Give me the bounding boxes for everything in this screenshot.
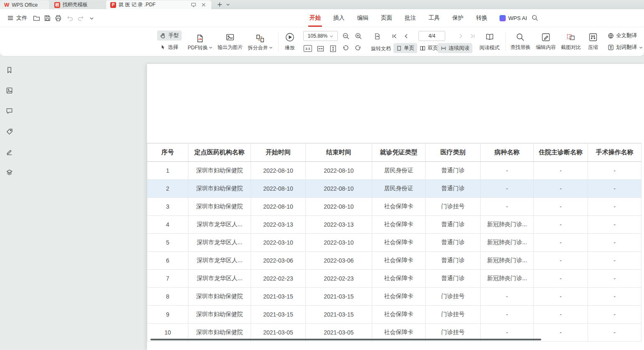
wps-ai-button[interactable]: WPS AI: [499, 9, 527, 27]
tab-docer-templates[interactable]: 稻 找稻壳模板: [50, 0, 105, 9]
tab-label: 就 医 记 录 .PDF: [119, 1, 156, 8]
table-cell: -: [588, 270, 641, 288]
table-cell: 6: [147, 252, 188, 270]
tab-document-pdf[interactable]: P 就 医 记 录 .PDF: [106, 0, 211, 9]
tab-protect[interactable]: 保护: [452, 14, 464, 22]
screenshot-compare-button[interactable]: 截图对比: [559, 30, 583, 54]
table-cell: -: [534, 180, 588, 198]
table-cell: 深圳市妇幼保健院: [188, 180, 251, 198]
table-cell: 社会保障卡: [372, 270, 426, 288]
export-image-button[interactable]: 输出为图片: [215, 30, 246, 54]
tab-page[interactable]: 页面: [381, 14, 392, 22]
one-to-one-icon: 1:1: [304, 45, 312, 52]
table-cell: -: [481, 288, 534, 306]
actual-size-button[interactable]: 1:1: [303, 44, 312, 53]
rotate-left-icon[interactable]: [341, 44, 350, 53]
tab-start[interactable]: 开始: [309, 14, 321, 22]
hand-tool-button[interactable]: 手型: [157, 31, 182, 41]
edit-content-button[interactable]: 编辑内容: [534, 30, 558, 54]
table-cell: 新冠肺炎门诊...: [481, 270, 534, 288]
table-cell: 社会保障卡: [372, 288, 426, 306]
quickbar-chevron-icon[interactable]: [88, 14, 95, 22]
full-text-translate-button[interactable]: 全文翻译: [605, 31, 640, 41]
save-icon[interactable]: [43, 14, 51, 22]
last-page-icon[interactable]: [468, 31, 477, 41]
table-cell: 社会保障卡: [372, 234, 426, 252]
rotate-document-button[interactable]: 旋转文档: [371, 45, 391, 52]
tab-wps-office[interactable]: W WPS Office: [0, 0, 49, 9]
tab-annotate[interactable]: 批注: [405, 14, 416, 22]
find-replace-button[interactable]: 查找替换: [508, 30, 532, 54]
read-mode-button[interactable]: 阅读模式: [477, 30, 502, 54]
column-header: 病种名称: [481, 143, 534, 162]
play-button[interactable]: 播放: [280, 30, 300, 54]
table-cell: 普通门诊: [426, 252, 481, 270]
print-icon[interactable]: [54, 14, 62, 22]
comment-icon[interactable]: [4, 105, 15, 116]
open-folder-icon[interactable]: [33, 14, 40, 22]
thumbnails-icon[interactable]: [4, 85, 15, 96]
select-tool-button[interactable]: 选择: [157, 42, 181, 52]
close-tab-icon[interactable]: [200, 1, 207, 9]
table-cell: -: [588, 324, 641, 342]
zoom-out-icon[interactable]: [341, 31, 350, 41]
table-cell: 2022-03-06: [306, 252, 372, 270]
word-translate-button[interactable]: 划词翻译: [605, 42, 644, 52]
continuous-read-button[interactable]: 连续阅读: [438, 43, 472, 53]
tab-convert[interactable]: 转换: [476, 14, 487, 22]
table-cell: 2021-03-15: [251, 288, 306, 306]
column-header: 住院主诊断名称: [534, 143, 588, 162]
page-number-input[interactable]: 4/4: [418, 31, 445, 41]
tab-edit[interactable]: 编辑: [357, 14, 368, 22]
table-row: 6深圳市龙华区人...2022-03-062022-03-06社会保障卡普通门诊…: [147, 252, 641, 270]
table-cell: -: [481, 180, 534, 198]
undo-icon[interactable]: [66, 14, 74, 22]
sign-pen-icon[interactable]: [4, 146, 15, 157]
table-cell: -: [534, 198, 588, 216]
table-cell: -: [588, 306, 641, 324]
file-menu-button[interactable]: 文件: [4, 9, 30, 27]
table-cell: -: [481, 306, 534, 324]
compress-button[interactable]: 压缩: [584, 30, 602, 54]
rotate-right-icon[interactable]: [353, 44, 363, 53]
table-cell: -: [588, 198, 641, 216]
table-cell: -: [534, 324, 588, 342]
table-cell: 2022-08-10: [251, 198, 306, 216]
table-cell: -: [588, 162, 641, 180]
table-cell: 2021-03-15: [306, 306, 372, 324]
tab-list-chevron-icon[interactable]: [224, 0, 232, 9]
table-cell: 3: [147, 198, 188, 216]
previous-page-icon[interactable]: [401, 31, 411, 41]
pdf-convert-button[interactable]: PDF转换: [185, 30, 215, 54]
search-icon[interactable]: [531, 14, 539, 22]
table-cell: -: [588, 180, 641, 198]
redo-icon[interactable]: [77, 14, 84, 22]
zoom-in-icon[interactable]: [354, 31, 363, 41]
tab-insert[interactable]: 插入: [333, 14, 345, 22]
single-page-button[interactable]: 单页: [393, 43, 417, 53]
table-cell: 5: [147, 234, 188, 252]
bookmark-icon[interactable]: [4, 64, 15, 75]
layers-icon[interactable]: [4, 167, 15, 178]
table-cell: -: [588, 252, 641, 270]
new-tab-button[interactable]: [216, 0, 224, 9]
table-cell: 社会保障卡: [372, 198, 426, 216]
tag-icon[interactable]: [4, 126, 15, 137]
table-cell: -: [534, 234, 588, 252]
tab-tools[interactable]: 工具: [428, 14, 440, 22]
fit-page-icon[interactable]: [328, 44, 337, 53]
single-page-icon: [396, 46, 402, 51]
table-row: 2深圳市妇幼保健院2022-08-102022-08-10居民身份证普通门诊--…: [147, 180, 641, 198]
split-merge-button[interactable]: 拆分合并: [246, 30, 275, 54]
table-cell: 2022-02-23: [251, 270, 306, 288]
monitor-icon[interactable]: [190, 1, 197, 9]
table-cell: 2022-03-10: [251, 234, 306, 252]
horizontal-scrollbar-thumb[interactable]: [150, 339, 541, 340]
rotate-document-icon[interactable]: [373, 32, 382, 41]
zoom-select[interactable]: 105.88%: [303, 31, 338, 41]
first-page-icon[interactable]: [390, 31, 399, 41]
table-cell: 深圳市龙华区人...: [188, 234, 251, 252]
next-page-icon[interactable]: [456, 31, 465, 41]
fit-width-icon[interactable]: [316, 44, 325, 53]
table-cell: 2022-08-10: [251, 180, 306, 198]
